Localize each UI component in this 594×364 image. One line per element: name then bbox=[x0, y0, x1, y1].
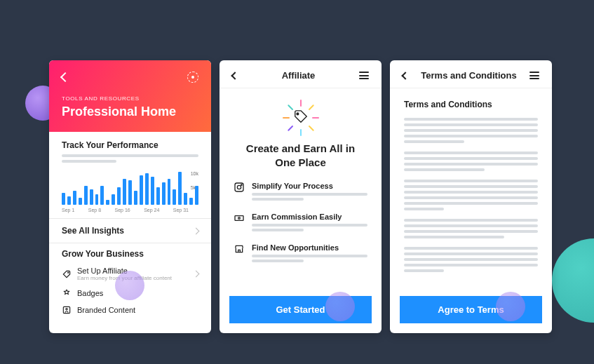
settings-icon[interactable] bbox=[187, 72, 198, 83]
chart-bar bbox=[128, 180, 132, 205]
svg-point-5 bbox=[237, 185, 241, 189]
tag-icon bbox=[62, 269, 72, 279]
chart-bar bbox=[173, 189, 176, 205]
header-title: Professional Home bbox=[62, 105, 198, 119]
back-icon[interactable] bbox=[401, 72, 409, 79]
skeleton-line bbox=[404, 247, 538, 250]
chart-bar bbox=[123, 179, 126, 205]
affiliate-headline: Create and Earn All in One Place bbox=[234, 142, 367, 169]
affiliate-header: Affiliate bbox=[220, 60, 382, 88]
svg-point-2 bbox=[66, 309, 67, 310]
highlight-indicator bbox=[325, 292, 355, 321]
chart-bar bbox=[117, 187, 121, 205]
terms-body-text bbox=[404, 118, 538, 272]
ray-decoration bbox=[283, 117, 290, 119]
back-icon[interactable] bbox=[231, 72, 238, 79]
branded-content-link[interactable]: Branded Content bbox=[62, 302, 198, 318]
track-heading: Track Your Performance bbox=[62, 140, 198, 150]
skeleton-line bbox=[404, 140, 464, 143]
back-icon[interactable] bbox=[60, 72, 70, 82]
chart-bar bbox=[168, 179, 171, 205]
skeleton-line bbox=[404, 191, 538, 194]
chart-bar bbox=[145, 173, 149, 205]
ray-decoration bbox=[287, 126, 292, 131]
feature-commission-label: Earn Commission Easily bbox=[252, 213, 367, 221]
card1-header: TOOLS AND RESOURCES Professional Home bbox=[49, 60, 211, 132]
divider bbox=[49, 218, 211, 219]
price-tag-icon bbox=[293, 109, 309, 125]
menu-icon[interactable] bbox=[529, 72, 539, 79]
skeleton-line bbox=[404, 230, 538, 233]
skeleton-line bbox=[404, 208, 444, 210]
chart-bar bbox=[178, 172, 182, 205]
agree-to-terms-button[interactable]: Agree to Terms bbox=[400, 296, 542, 323]
ray-decoration bbox=[308, 105, 313, 110]
skeleton-line bbox=[404, 224, 538, 227]
chart-bar bbox=[73, 191, 76, 205]
get-started-button[interactable]: Get Started bbox=[229, 296, 372, 323]
chart-y-axis: 10k 5k bbox=[191, 167, 198, 195]
skeleton-line bbox=[404, 135, 538, 137]
ray-decoration bbox=[300, 100, 302, 107]
chevron-right-icon bbox=[193, 227, 200, 234]
highlight-indicator bbox=[115, 271, 144, 300]
skeleton-line bbox=[62, 160, 116, 163]
svg-point-3 bbox=[297, 113, 299, 115]
see-all-insights-link[interactable]: See All Insights bbox=[62, 224, 198, 237]
money-icon bbox=[234, 213, 245, 224]
terms-header-title: Terms and Conditions bbox=[421, 70, 516, 81]
chart-bar bbox=[134, 191, 137, 205]
skeleton-line bbox=[404, 151, 538, 154]
skeleton-line bbox=[404, 236, 504, 238]
skeleton-line bbox=[404, 168, 485, 171]
terms-card: Terms and Conditions Terms and Condition… bbox=[390, 60, 552, 333]
skeleton-line bbox=[252, 224, 367, 227]
chart-bar bbox=[62, 193, 65, 205]
chart-bar bbox=[151, 177, 154, 205]
svg-rect-7 bbox=[235, 216, 243, 221]
chart-bar bbox=[184, 193, 187, 205]
storefront-icon bbox=[234, 243, 245, 255]
skeleton-line bbox=[404, 118, 538, 121]
chart-bar bbox=[79, 198, 82, 205]
chart-bar bbox=[84, 186, 88, 205]
camera-icon bbox=[234, 182, 245, 193]
highlight-indicator bbox=[496, 292, 525, 321]
performance-bar-chart: 10k 5k bbox=[62, 170, 198, 205]
feature-simplify: Simplify Your Process bbox=[234, 182, 367, 203]
chart-bar bbox=[140, 175, 143, 205]
chart-bar bbox=[100, 186, 104, 205]
skeleton-line bbox=[404, 196, 538, 199]
skeleton-line bbox=[404, 163, 538, 166]
chart-bar bbox=[67, 196, 71, 205]
skeleton-line bbox=[404, 129, 538, 132]
feature-opportunities: Find New Opportunities bbox=[234, 243, 367, 264]
decorative-circle-teal bbox=[552, 238, 594, 323]
professional-home-card: TOOLS AND RESOURCES Professional Home Tr… bbox=[49, 60, 211, 333]
skeleton-line bbox=[252, 193, 367, 196]
see-all-insights-label: See All Insights bbox=[62, 226, 124, 236]
chart-bar bbox=[90, 189, 93, 205]
terms-header: Terms and Conditions bbox=[390, 60, 552, 88]
burst-illustration bbox=[234, 101, 367, 133]
feature-commission: Earn Commission Easily bbox=[234, 213, 367, 234]
skeleton-line bbox=[404, 202, 538, 205]
skeleton-line bbox=[404, 269, 444, 272]
svg-point-0 bbox=[68, 272, 69, 273]
menu-icon[interactable] bbox=[359, 72, 369, 79]
skeleton-line bbox=[404, 123, 538, 126]
terms-content-heading: Terms and Conditions bbox=[404, 100, 538, 109]
grow-heading: Grow Your Business bbox=[62, 249, 198, 259]
affiliate-header-title: Affiliate bbox=[282, 70, 316, 81]
skeleton-line bbox=[404, 264, 538, 267]
skeleton-line bbox=[252, 255, 367, 257]
feature-simplify-label: Simplify Your Process bbox=[252, 182, 367, 190]
skeleton-line bbox=[404, 180, 538, 182]
person-tag-icon bbox=[62, 305, 72, 315]
chart-bar bbox=[162, 182, 166, 205]
svg-point-8 bbox=[238, 217, 241, 220]
skeleton-line bbox=[252, 259, 304, 262]
chart-bar bbox=[106, 200, 109, 205]
ray-decoration bbox=[312, 117, 319, 119]
skeleton-line bbox=[252, 229, 304, 231]
